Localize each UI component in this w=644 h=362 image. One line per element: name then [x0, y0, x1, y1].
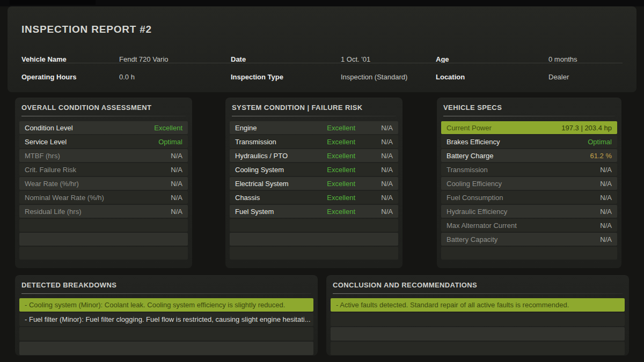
row-risk: N/A — [355, 152, 393, 160]
table-row: Electrical System Excellent N/A — [230, 177, 398, 190]
row-condition: Excellent — [299, 138, 355, 146]
table-row: Condition Level Excellent — [19, 121, 188, 134]
row-risk: N/A — [355, 124, 393, 132]
row-value: 197.3 | 203.4 hp — [561, 124, 612, 132]
overall-condition-title: OVERALL CONDITION ASSESSMENT — [15, 98, 192, 112]
row-label: Hydraulic Efficiency — [447, 208, 600, 216]
row-label: Battery Capacity — [447, 235, 600, 243]
field-label-date: Date — [231, 55, 246, 63]
row-value: 61.2 % — [590, 152, 612, 160]
row-value: Excellent — [154, 124, 182, 132]
table-row: Brakes Efficiency Optimal — [441, 135, 617, 148]
detected-breakdowns-panel: DETECTED BREAKDOWNS - Cooling system (Mi… — [15, 275, 318, 356]
row-risk: N/A — [355, 194, 393, 202]
row-value: N/A — [171, 152, 182, 160]
table-row: Chassis Excellent N/A — [230, 191, 398, 204]
row-condition: Excellent — [299, 208, 355, 216]
row-label: Transmission — [235, 138, 299, 146]
field-label-location: Location — [436, 73, 465, 81]
empty-row — [19, 247, 188, 260]
table-row: Hydraulic Efficiency N/A — [441, 205, 617, 218]
row-value: N/A — [171, 166, 182, 174]
row-risk: N/A — [355, 166, 393, 174]
row-value: N/A — [600, 208, 612, 216]
row-risk: N/A — [355, 138, 393, 146]
table-row: Fuel Consumption N/A — [441, 191, 617, 204]
table-row: Engine Excellent N/A — [230, 121, 398, 134]
table-row: Crit. Failure Risk N/A — [19, 163, 188, 176]
row-label: Hydraulics / PTO — [235, 152, 299, 160]
row-value: N/A — [600, 235, 612, 243]
empty-row — [19, 327, 313, 341]
row-condition: Excellent — [299, 152, 355, 160]
row-value: N/A — [171, 208, 182, 216]
row-label: MTBF (hrs) — [25, 152, 171, 160]
vehicle-specs-title: VEHICLE SPECS — [437, 98, 621, 112]
table-row: Transmission Excellent N/A — [230, 135, 398, 148]
row-risk: N/A — [355, 180, 393, 188]
row-label: Brakes Efficiency — [447, 138, 588, 146]
field-value-location: Dealer — [548, 73, 569, 81]
field-value-date: 1 Oct. '01 — [341, 55, 370, 63]
row-condition: Excellent — [299, 166, 355, 174]
empty-row — [19, 233, 188, 246]
empty-row — [19, 219, 188, 232]
row-condition: Excellent — [299, 124, 355, 132]
table-row: Max Alternator Current N/A — [441, 219, 617, 232]
table-row: Battery Capacity N/A — [441, 233, 617, 246]
row-label: Condition Level — [25, 124, 154, 132]
row-value: N/A — [600, 180, 612, 188]
conclusion-item-highlighted: - Active faults detected. Standard repai… — [331, 298, 625, 312]
row-label: Wear Rate (%/hr) — [25, 180, 171, 188]
empty-row — [331, 313, 625, 326]
breakdown-item-highlighted: - Cooling system (Minor): Coolant leak. … — [19, 298, 313, 312]
row-label: Chassis — [235, 194, 299, 202]
row-value: Optimal — [588, 138, 612, 146]
table-row: Residual Life (hrs) N/A — [19, 205, 188, 218]
row-label: Nominal Wear Rate (%/h) — [25, 194, 171, 202]
table-row: Transmission N/A — [441, 163, 617, 176]
row-label: Engine — [235, 124, 299, 132]
row-label: Fuel Consumption — [447, 194, 600, 202]
row-value: N/A — [171, 180, 182, 188]
empty-row — [331, 342, 625, 355]
row-label: Service Level — [25, 138, 158, 146]
field-label-vehicle-name: Vehicle Name — [21, 55, 67, 63]
field-value-vehicle-name: Fendt 720 Vario — [119, 55, 169, 63]
row-value: N/A — [600, 194, 612, 202]
table-row: Cooling Efficiency N/A — [441, 177, 617, 190]
field-label-inspection-type: Inspection Type — [231, 73, 283, 81]
empty-row — [331, 327, 625, 341]
conclusion-panel: CONCLUSION AND RECOMMENDATIONS - Active … — [326, 275, 629, 356]
row-label: Current Power — [447, 124, 561, 132]
table-row: Battery Charge 61.2 % — [441, 149, 617, 162]
field-label-operating-hours: Operating Hours — [21, 73, 77, 81]
breakdown-item: - Fuel filter (Minor): Fuel filter clogg… — [19, 313, 313, 326]
detected-breakdowns-title: DETECTED BREAKDOWNS — [15, 275, 318, 289]
row-label: Transmission — [447, 166, 600, 174]
row-value: N/A — [600, 166, 612, 174]
table-row: MTBF (hrs) N/A — [19, 149, 188, 162]
report-header-panel: INSPECTION REPORT #2 Vehicle Name Fendt … — [8, 6, 636, 92]
row-risk: N/A — [355, 208, 393, 216]
row-condition: Excellent — [299, 194, 355, 202]
table-row: Wear Rate (%/hr) N/A — [19, 177, 188, 190]
row-label: Max Alternator Current — [447, 221, 600, 230]
table-row: Nominal Wear Rate (%/h) N/A — [19, 191, 188, 204]
system-condition-panel: SYSTEM CONDITION | FAILURE RISK Engine E… — [225, 98, 402, 268]
screen-top-strip — [0, 0, 644, 6]
row-label: Electrical System — [235, 180, 299, 188]
row-label: Cooling Efficiency — [447, 180, 600, 188]
row-value: N/A — [171, 194, 182, 202]
empty-row — [230, 247, 398, 260]
report-title: INSPECTION REPORT #2 — [21, 24, 152, 35]
header-separator — [21, 63, 623, 63]
table-row-highlighted: Current Power 197.3 | 203.4 hp — [441, 121, 617, 134]
screen-top-corner-box — [10, 0, 96, 5]
empty-row — [230, 219, 398, 232]
empty-row — [230, 233, 398, 246]
field-value-operating-hours: 0.0 h — [119, 73, 135, 81]
row-label: Residual Life (hrs) — [25, 208, 171, 216]
table-row: Cooling System Excellent N/A — [230, 163, 398, 176]
row-condition: Excellent — [299, 180, 355, 188]
